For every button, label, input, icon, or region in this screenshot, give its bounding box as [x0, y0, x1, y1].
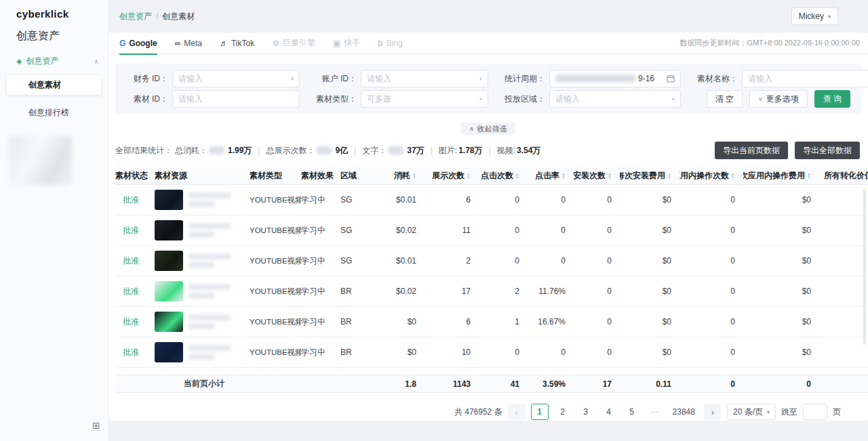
- sort-icon[interactable]: ▲▼: [467, 173, 471, 180]
- column-header-installs[interactable]: 安装次数▲▼: [574, 170, 620, 182]
- status-badge: 批准: [123, 256, 139, 266]
- export-all-button[interactable]: 导出全部数据: [795, 142, 860, 159]
- tab-google[interactable]: GGoogle: [119, 33, 157, 54]
- last-page-button[interactable]: 23848: [669, 404, 698, 420]
- column-header-cpi[interactable]: 每次安装费用▲▼: [620, 170, 679, 182]
- collapse-filter-button[interactable]: ∧ 收起筛选: [461, 123, 515, 135]
- table-scrollbar[interactable]: [863, 189, 866, 345]
- select-placeholder: 请输入: [367, 73, 391, 85]
- column-header-ctr[interactable]: 点击率▲▼: [528, 170, 574, 182]
- summary-ctr: 3.59%: [528, 379, 574, 389]
- sidebar-item-creative-ranking[interactable]: 创意排行榜: [7, 103, 101, 123]
- stats: 全部结果统计： 总消耗：1.99万|总展示次数：9亿|文字：37万|图片:1.7…: [115, 145, 540, 156]
- redacted-thumbnail: [9, 136, 72, 185]
- cell-inapp_actions: 0: [679, 195, 743, 205]
- cell-installs: 0: [574, 317, 620, 327]
- page-button-1[interactable]: 1: [531, 404, 549, 420]
- sort-icon[interactable]: ▲▼: [731, 173, 735, 180]
- column-header-clicks[interactable]: 点击次数▲▼: [479, 170, 528, 182]
- cell-ctr: 11.76%: [528, 287, 574, 296]
- filter-label: 财务 ID：: [126, 73, 168, 85]
- filter-finance-id: 财务 ID： 请输入 ▾: [126, 70, 300, 87]
- sort-icon[interactable]: ▲▼: [667, 173, 671, 180]
- stat-separator: |: [354, 146, 356, 155]
- sort-icon[interactable]: ▲▼: [412, 173, 416, 180]
- ellipsis-pages: ···: [646, 404, 664, 420]
- sidebar-item-creative-material[interactable]: 创意素材: [7, 75, 101, 95]
- creative-thumbnail[interactable]: [155, 220, 183, 240]
- next-page-button[interactable]: ›: [704, 404, 722, 420]
- page-button-5[interactable]: 5: [623, 404, 641, 420]
- cell-ctr: 16.67%: [528, 317, 574, 327]
- jump-prefix: 跳至: [781, 406, 797, 418]
- breadcrumb-parent[interactable]: 创意资产: [119, 11, 152, 22]
- account-id-select[interactable]: 请输入 ▾: [361, 70, 488, 87]
- creative-thumbnail[interactable]: [155, 342, 183, 362]
- caret-down-icon: ▾: [291, 76, 294, 82]
- creative-thumbnail[interactable]: [155, 190, 183, 210]
- more-options-button[interactable]: ∨ 更多选项: [749, 90, 808, 108]
- region-select[interactable]: 请输入 ▾: [549, 90, 681, 108]
- column-header-inapp_actions[interactable]: 应用内操作次数▲▼: [679, 170, 743, 182]
- page-button-3[interactable]: 3: [577, 404, 595, 420]
- tab-meta[interactable]: ∞Meta: [175, 33, 202, 54]
- date-range-picker[interactable]: 9-16: [549, 70, 681, 87]
- filter-row-1: 财务 ID： 请输入 ▾ 账户 ID： 请输入 ▾: [126, 69, 850, 88]
- material-type-select[interactable]: 可多选 ▾: [361, 90, 488, 108]
- cell-impressions: 2: [425, 256, 479, 266]
- tab-tiktok[interactable]: ♬TikTok: [220, 33, 254, 54]
- jump-page-input[interactable]: [803, 404, 827, 420]
- column-header-impressions[interactable]: 展示次数▲▼: [425, 170, 479, 182]
- sort-icon[interactable]: ▲▼: [561, 173, 566, 180]
- tiktok-icon: ♬: [220, 39, 228, 48]
- finance-id-select[interactable]: 请输入 ▾: [172, 70, 300, 87]
- redacted-creative-name: [189, 192, 231, 207]
- page-size-select[interactable]: 20 条/页 ▾: [727, 404, 776, 420]
- cell-cost_per_inapp: $0: [743, 348, 819, 357]
- cell-cpi: $0: [620, 287, 679, 296]
- stat-separator: |: [488, 146, 490, 155]
- clear-button[interactable]: 清 空: [707, 90, 743, 108]
- sort-icon[interactable]: ▲▼: [515, 173, 519, 180]
- user-menu-button[interactable]: Mickey ▾: [791, 7, 838, 25]
- tab-bing[interactable]: bBing: [378, 33, 402, 54]
- cell-cpi: $0: [620, 317, 679, 327]
- redacted-value: [389, 146, 403, 154]
- prev-page-button[interactable]: ‹: [508, 404, 526, 420]
- select-placeholder: 请输入: [555, 93, 580, 105]
- kuaishou-icon: ▣: [333, 39, 340, 48]
- column-header-cost_per_inapp[interactable]: 每次应用内操作费用▲▼: [743, 170, 819, 182]
- bing-icon: b: [378, 39, 382, 48]
- filter-material-id: 素材 ID：: [126, 90, 300, 108]
- material-name-input[interactable]: [748, 74, 863, 83]
- creative-thumbnail[interactable]: [155, 312, 183, 332]
- cell-inapp_actions: 0: [679, 256, 743, 266]
- column-header-cost[interactable]: 消耗▲▼: [378, 170, 425, 182]
- tab-kuaishou[interactable]: ▣快手: [333, 33, 360, 54]
- cell-installs: 0: [574, 195, 620, 205]
- pagination: 共 476952 条 ‹ 12345 ··· 23848 › 20 条/页 ▾ …: [108, 404, 841, 420]
- cell-effect: 学习中: [301, 194, 340, 206]
- cell-installs: 0: [574, 287, 620, 296]
- sort-icon[interactable]: ▲▼: [807, 173, 811, 180]
- tab-oceanengine[interactable]: ⚙巨量引擎: [272, 33, 315, 54]
- page-button-4[interactable]: 4: [600, 404, 618, 420]
- cell-status: 批准: [115, 316, 155, 328]
- collapse-sidebar-icon[interactable]: ⊞: [92, 421, 100, 430]
- export-current-page-button[interactable]: 导出当前页数据: [715, 142, 788, 159]
- material-id-input[interactable]: [178, 94, 294, 104]
- column-header-conv_value[interactable]: 所有转化价值▲▼: [819, 170, 868, 182]
- cell-effect: 学习中: [301, 255, 340, 267]
- sort-icon[interactable]: ▲▼: [608, 173, 612, 180]
- cell-cost_per_inapp: $0: [743, 317, 819, 327]
- sidebar-group-creative-assets[interactable]: ◈ 创意资产 ∧: [0, 43, 108, 67]
- creative-thumbnail[interactable]: [155, 281, 183, 301]
- column-header-effect: 素材效果: [301, 170, 340, 182]
- filter-material-type: 素材类型： 可多选 ▾: [315, 90, 488, 108]
- page-button-2[interactable]: 2: [554, 404, 572, 420]
- search-button[interactable]: 查 询: [814, 90, 850, 108]
- cell-resource: [155, 312, 250, 332]
- cell-conv_value: $0: [819, 256, 868, 266]
- cell-clicks: 0: [479, 348, 528, 357]
- creative-thumbnail[interactable]: [155, 251, 183, 271]
